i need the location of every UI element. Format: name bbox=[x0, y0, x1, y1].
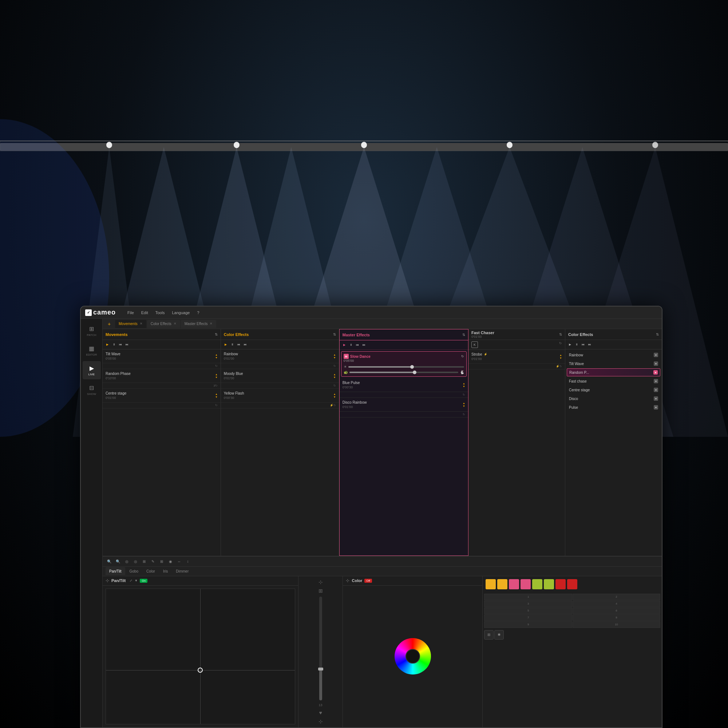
sidebar-item-patch[interactable]: ⊞ PATCH bbox=[83, 322, 101, 340]
sidebar-item-live[interactable]: ▶ LIVE bbox=[83, 361, 101, 379]
list-item[interactable]: Tilt Wave 0'05'00 ▲ ▼ bbox=[102, 349, 220, 363]
movements-sort[interactable]: ⇅ bbox=[215, 332, 218, 336]
layout-btn[interactable]: ⊞ bbox=[158, 558, 165, 565]
color-play[interactable]: ▶ bbox=[223, 342, 228, 347]
master-brightness-slider[interactable] bbox=[348, 366, 464, 368]
menu-file[interactable]: File bbox=[127, 310, 134, 315]
refresh-icon-8[interactable]: ↻ bbox=[463, 413, 465, 416]
color-pause[interactable]: ⏸ bbox=[230, 342, 235, 347]
num-6[interactable]: 6 bbox=[573, 607, 660, 614]
disco-dropdown[interactable]: ▼ bbox=[654, 396, 658, 401]
swatch-1[interactable] bbox=[486, 579, 496, 589]
heart-icon[interactable]: ♥ bbox=[319, 710, 322, 716]
fast-chaser-sort[interactable]: ⇅ bbox=[559, 332, 562, 336]
refresh-icon-7[interactable]: ↻ bbox=[463, 393, 465, 396]
num-10[interactable]: 10 bbox=[573, 621, 660, 628]
tab-master-effects[interactable]: Master Effects ✕ bbox=[181, 320, 217, 328]
refresh-icon[interactable]: ↻ bbox=[215, 364, 218, 368]
swatch-5[interactable] bbox=[532, 579, 542, 589]
list-item[interactable]: Disco ▼ bbox=[567, 395, 660, 402]
pulse-dropdown[interactable]: ▼ bbox=[654, 405, 658, 410]
movements-prev[interactable]: ⏮ bbox=[118, 342, 123, 347]
tab-master-effects-close[interactable]: ✕ bbox=[210, 322, 213, 326]
swatch-6[interactable] bbox=[544, 579, 554, 589]
list-item[interactable]: Pulse ▼ bbox=[567, 403, 660, 411]
color-effects-sort[interactable]: ⇅ bbox=[333, 332, 336, 336]
swatch-7[interactable] bbox=[555, 579, 566, 589]
yellow-flash-up[interactable]: ▲ bbox=[333, 393, 336, 395]
color-right-prev[interactable]: ⏮ bbox=[581, 342, 586, 347]
master-active-item[interactable]: M Slow Dance ↻ 0'05'00 ☀ bbox=[341, 351, 466, 377]
refresh-icon-4[interactable]: ↻ bbox=[333, 364, 336, 368]
refresh-icon-3[interactable]: ↻ bbox=[215, 404, 218, 407]
bottom-tab-gobo[interactable]: Gobo bbox=[126, 567, 142, 575]
bottom-tab-pan-tilt[interactable]: Pan/Tilt bbox=[106, 567, 125, 575]
swatch-8[interactable] bbox=[567, 579, 577, 589]
moody-blue-down[interactable]: ▼ bbox=[333, 376, 336, 379]
swatch-4[interactable] bbox=[520, 579, 531, 589]
random-phase-up[interactable]: ▲ bbox=[215, 373, 218, 376]
pattern-btn-1[interactable]: ⊞ bbox=[484, 630, 494, 639]
tab-color-effects-close[interactable]: ✕ bbox=[174, 322, 177, 326]
tilt-wave-dropdown[interactable]: ▼ bbox=[654, 361, 658, 366]
tilt-wave-down[interactable]: ▼ bbox=[215, 356, 218, 359]
swatch-2[interactable] bbox=[497, 579, 508, 589]
menu-tools[interactable]: Tools bbox=[155, 310, 165, 315]
color-wheel[interactable] bbox=[395, 638, 431, 674]
refresh-icon-2[interactable]: ↻ bbox=[215, 384, 218, 387]
zoom-out-btn[interactable]: 🔍 bbox=[114, 558, 122, 565]
centre-stage-up[interactable]: ▲ bbox=[215, 393, 218, 395]
tab-color-effects[interactable]: Color Effects ✕ bbox=[147, 320, 180, 328]
master-prev[interactable]: ⏮ bbox=[355, 343, 360, 348]
bottom-tab-dimmer[interactable]: Dimmer bbox=[172, 567, 192, 575]
num-3[interactable]: 3 bbox=[484, 601, 572, 607]
num-7[interactable]: 7 bbox=[484, 615, 572, 621]
master-pause[interactable]: ⏸ bbox=[348, 343, 353, 348]
color-right-next[interactable]: ⏭ bbox=[587, 342, 592, 347]
num-4[interactable]: 4 bbox=[573, 601, 660, 607]
v-arrow-btn[interactable]: ↕ bbox=[184, 558, 191, 565]
pan-tilt-pad[interactable] bbox=[106, 589, 295, 724]
tab-movements[interactable]: Movements ✕ bbox=[115, 320, 146, 328]
mid-icon-top[interactable]: ⊹ bbox=[318, 579, 323, 585]
fast-chase-dropdown[interactable]: ▼ bbox=[654, 379, 658, 383]
blue-pulse-down[interactable]: ▼ bbox=[463, 385, 465, 388]
zoom-in-btn[interactable]: 🔍 bbox=[106, 558, 113, 565]
list-item[interactable]: Rainbow ▼ bbox=[567, 351, 660, 359]
movements-pause[interactable]: ⏸ bbox=[112, 342, 116, 347]
pencil-btn[interactable]: ✎ bbox=[149, 558, 156, 565]
master-effects-sort[interactable]: ⇅ bbox=[462, 333, 465, 337]
color-prev[interactable]: ⏮ bbox=[236, 342, 241, 347]
list-item[interactable]: Random P... ▼ bbox=[567, 369, 660, 376]
menu-help[interactable]: ? bbox=[197, 310, 199, 315]
circle-btn-2[interactable]: ◎ bbox=[132, 558, 139, 565]
mid-icon-bottom[interactable]: ⊹ bbox=[318, 719, 323, 724]
master-next[interactable]: ⏭ bbox=[361, 343, 367, 348]
movements-play[interactable]: ▶ bbox=[105, 342, 110, 347]
num-9[interactable]: 9 bbox=[484, 621, 572, 628]
pan-tilt-cursor[interactable] bbox=[198, 668, 203, 673]
blue-pulse-up[interactable]: ▲ bbox=[463, 382, 465, 385]
fast-chaser-refresh[interactable]: ↻ bbox=[559, 341, 562, 348]
centre-stage-down[interactable]: ▼ bbox=[215, 396, 218, 398]
pattern-btn-2[interactable]: ✱ bbox=[494, 630, 504, 639]
color-effects-right-sort[interactable]: ⇅ bbox=[656, 332, 659, 336]
color-next[interactable]: ⏭ bbox=[243, 342, 248, 347]
num-5[interactable]: 5 bbox=[484, 607, 572, 614]
disco-rainbow-up[interactable]: ▲ bbox=[463, 402, 465, 404]
list-item[interactable]: Blue Pulse 0'00'30 ▲ ▼ bbox=[340, 378, 468, 392]
bottom-tab-color[interactable]: Color bbox=[143, 567, 159, 575]
color-right-play[interactable]: ▶ bbox=[567, 342, 573, 347]
circle-btn-1[interactable]: ◎ bbox=[123, 558, 130, 565]
menu-language[interactable]: Language bbox=[172, 310, 190, 315]
rainbow-up[interactable]: ▲ bbox=[333, 353, 336, 356]
refresh-icon-5[interactable]: ↻ bbox=[333, 384, 336, 387]
random-p-dropdown[interactable]: ▼ bbox=[653, 370, 658, 375]
list-item[interactable]: Strobe ⚡ 0'01'00 ▲ ▼ bbox=[468, 350, 565, 364]
strobe-up[interactable]: ▲ bbox=[560, 354, 562, 356]
random-phase-down[interactable]: ▼ bbox=[215, 376, 218, 379]
swatch-3[interactable] bbox=[509, 579, 519, 589]
color-right-pause[interactable]: ⏸ bbox=[574, 342, 579, 347]
h-arrow-btn[interactable]: ↔ bbox=[176, 558, 183, 565]
list-item[interactable]: Centre stage ▼ bbox=[567, 386, 660, 394]
